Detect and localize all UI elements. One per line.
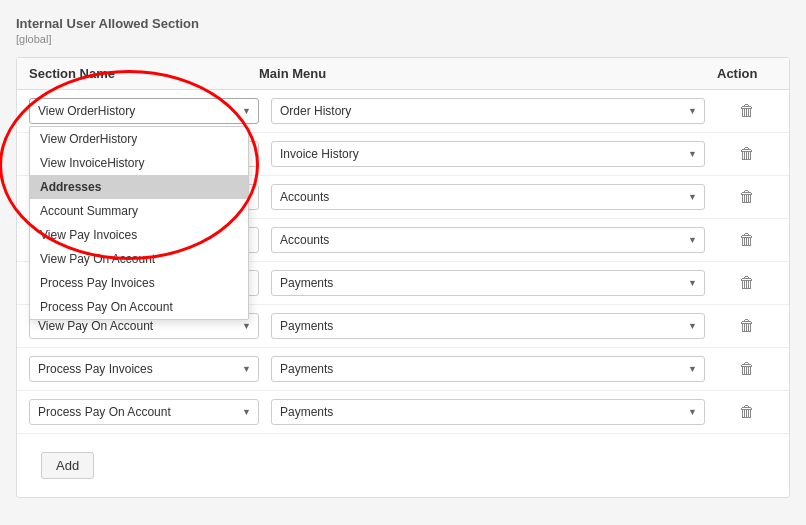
section-select-wrapper: View OrderHistory	[29, 98, 259, 124]
menu-select-row4[interactable]: Accounts	[271, 227, 705, 253]
section-name-dropdown-wrapper: View OrderHistory View OrderHistory View…	[29, 98, 259, 124]
dropdown-item-2[interactable]: View InvoiceHistory	[30, 151, 248, 175]
menu-select-wrapper-row4: Accounts	[271, 227, 705, 253]
dropdown-item-6[interactable]: View Pay On Account	[30, 247, 248, 271]
menu-select-wrapper-row2: Invoice History	[271, 141, 705, 167]
section-subtitle: [global]	[16, 33, 790, 45]
menu-select-wrapper-row1: Order History	[271, 98, 705, 124]
dropdown-list: View OrderHistory View InvoiceHistory Ad…	[29, 126, 249, 320]
page-container: Internal User Allowed Section [global] S…	[0, 0, 806, 514]
dropdown-item-3[interactable]: Addresses	[30, 175, 248, 199]
menu-select-row1[interactable]: Order History	[271, 98, 705, 124]
section-select-row1[interactable]: View OrderHistory	[29, 98, 259, 124]
add-button[interactable]: Add	[41, 452, 94, 479]
delete-button-row4[interactable]: 🗑	[717, 229, 777, 251]
section-title: Internal User Allowed Section	[16, 16, 790, 31]
dropdown-item-1[interactable]: View OrderHistory	[30, 127, 248, 151]
delete-button-row7[interactable]: 🗑	[717, 358, 777, 380]
menu-select-wrapper-row3: Accounts	[271, 184, 705, 210]
menu-select-wrapper-row6: Payments	[271, 313, 705, 339]
section-select-row7[interactable]: Process Pay Invoices	[29, 356, 259, 382]
table-row: Process Pay Invoices Payments 🗑	[17, 348, 789, 391]
dropdown-item-8[interactable]: Process Pay On Account	[30, 295, 248, 319]
col-action: Action	[717, 66, 777, 81]
add-button-wrapper: Add	[17, 434, 789, 497]
dropdown-item-7[interactable]: Process Pay Invoices	[30, 271, 248, 295]
table-row: Process Pay On Account Payments 🗑	[17, 391, 789, 434]
menu-select-row7[interactable]: Payments	[271, 356, 705, 382]
delete-button-row2[interactable]: 🗑	[717, 143, 777, 165]
menu-select-row2[interactable]: Invoice History	[271, 141, 705, 167]
delete-button-row1[interactable]: 🗑	[717, 100, 777, 122]
menu-select-row3[interactable]: Accounts	[271, 184, 705, 210]
menu-select-row8[interactable]: Payments	[271, 399, 705, 425]
delete-button-row5[interactable]: 🗑	[717, 272, 777, 294]
menu-select-wrapper-row5: Payments	[271, 270, 705, 296]
menu-select-wrapper-row7: Payments	[271, 356, 705, 382]
menu-select-row5[interactable]: Payments	[271, 270, 705, 296]
menu-select-row6[interactable]: Payments	[271, 313, 705, 339]
delete-button-row6[interactable]: 🗑	[717, 315, 777, 337]
delete-button-row3[interactable]: 🗑	[717, 186, 777, 208]
col-main-menu: Main Menu	[259, 66, 717, 81]
dropdown-item-5[interactable]: View Pay Invoices	[30, 223, 248, 247]
col-section-name: Section Name	[29, 66, 259, 81]
section-header: Internal User Allowed Section [global]	[16, 16, 790, 45]
dropdown-item-4[interactable]: Account Summary	[30, 199, 248, 223]
section-select-wrapper-row7: Process Pay Invoices	[29, 356, 259, 382]
section-select-wrapper-row8: Process Pay On Account	[29, 399, 259, 425]
section-select-row8[interactable]: Process Pay On Account	[29, 399, 259, 425]
delete-button-row8[interactable]: 🗑	[717, 401, 777, 423]
table-row: View OrderHistory View OrderHistory View…	[17, 90, 789, 133]
table-header: Section Name Main Menu Action	[17, 58, 789, 90]
table-area: Section Name Main Menu Action View Order…	[16, 57, 790, 498]
menu-select-wrapper-row8: Payments	[271, 399, 705, 425]
